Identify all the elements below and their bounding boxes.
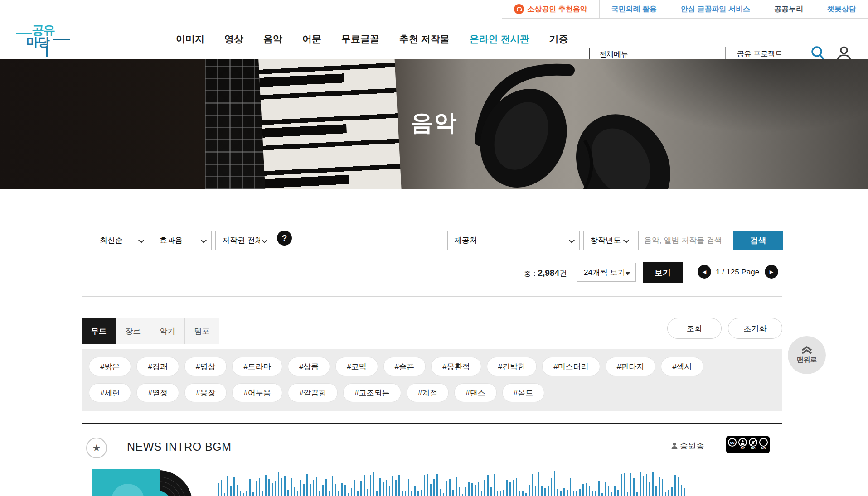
waveform-bar — [576, 491, 577, 496]
waveform-bar — [500, 491, 501, 496]
year-select-wrapper: 창작년도 — [583, 231, 634, 250]
waveform-bar — [398, 475, 400, 496]
waveform-bar — [284, 476, 286, 496]
waveform-bar — [655, 486, 657, 496]
nav-item[interactable]: 온라인 전시관 — [470, 33, 529, 45]
nav-item[interactable]: 영상 — [224, 33, 243, 45]
tab[interactable]: 템포 — [185, 318, 219, 344]
waveform-bar — [509, 482, 511, 496]
topbar-strip: 소상공인 추천음악국민의례 활용안심 글꼴파일 서비스공공누리챗봇상담 — [502, 0, 868, 19]
waveform-bar — [681, 485, 682, 496]
waveform-bar — [541, 486, 543, 496]
help-icon[interactable]: ? — [277, 231, 292, 246]
waveform-bar — [570, 478, 571, 496]
waveform-bar — [389, 486, 390, 496]
tag-button[interactable]: #밝은 — [89, 357, 131, 376]
prev-page-icon[interactable]: ◀ — [698, 265, 711, 279]
waveform-bar — [354, 480, 355, 496]
favorite-star-icon[interactable]: ★ — [86, 438, 107, 458]
provider-select[interactable]: 제공처 — [448, 231, 579, 250]
waveform-bar — [475, 485, 476, 496]
waveform-bar — [436, 474, 438, 496]
category-select[interactable]: 효과음 — [153, 231, 211, 250]
waveform-bar — [668, 490, 669, 496]
waveform-bar — [221, 480, 222, 496]
tag-row: #밝은#경쾌#명상#드라마#상큼#코믹#슬픈#몽환적#긴박한#미스터리#판타지#… — [89, 357, 703, 376]
tag-button[interactable]: #판타지 — [606, 357, 655, 376]
tag-button[interactable]: #미스터리 — [542, 357, 600, 376]
topbar-link[interactable]: 국민의례 활용 — [600, 0, 669, 18]
tag-button[interactable]: #고조되는 — [343, 383, 401, 402]
track-title[interactable]: NEWS INTRO BGM — [127, 440, 232, 453]
tag-button[interactable]: #섹시 — [661, 357, 703, 376]
waveform-bar — [411, 491, 412, 496]
waveform-bar — [592, 491, 593, 496]
page-separator: / — [720, 268, 726, 276]
page-title: 음악 — [0, 108, 868, 138]
audio-waveform[interactable] — [218, 471, 687, 496]
tag-button[interactable]: #코믹 — [335, 357, 378, 376]
waveform-bar — [252, 492, 254, 496]
view-button[interactable]: 보기 — [643, 262, 683, 283]
waveform-bar — [630, 473, 631, 496]
tag-button[interactable]: #슬픈 — [383, 357, 426, 376]
album-art[interactable] — [92, 469, 160, 496]
waveform-bar — [484, 480, 485, 496]
waveform-bar — [370, 475, 371, 496]
next-page-icon[interactable]: ▶ — [765, 265, 778, 279]
year-select[interactable]: 창작년도 — [584, 231, 634, 250]
tag-button[interactable]: #웅장 — [184, 383, 227, 402]
waveform-bar — [344, 485, 346, 496]
topbar-link[interactable]: 안심 글꼴파일 서비스 — [669, 0, 762, 18]
strike-line — [750, 439, 756, 445]
tag-button[interactable]: #명상 — [184, 357, 227, 376]
waveform-bar — [611, 492, 612, 496]
tab[interactable]: 장르 — [116, 318, 150, 344]
license-select[interactable]: 저작권 전체 — [216, 231, 272, 250]
topbar-link[interactable]: 소상공인 추천음악 — [502, 0, 599, 18]
topbar-link[interactable]: 공공누리 — [762, 0, 815, 18]
topbar: 소상공인 추천음악국민의례 활용안심 글꼴파일 서비스공공누리챗봇상담 — [0, 0, 868, 19]
nav-item[interactable]: 음악 — [263, 33, 282, 45]
nav-item[interactable]: 기증 — [549, 33, 568, 45]
main-nav: 이미지영상음악어문무료글꼴추천 저작물온라인 전시관기증 — [176, 19, 568, 59]
site-logo[interactable]: 공유 마당 — [16, 21, 71, 57]
reset-button[interactable]: 초기화 — [728, 318, 782, 339]
tag-button[interactable]: #댄스 — [454, 383, 496, 402]
tag-button[interactable]: #긴박한 — [487, 357, 537, 376]
nav-item[interactable]: 이미지 — [176, 33, 204, 45]
per-page-select[interactable]: 24개씩 보기 — [577, 263, 635, 281]
tag-button[interactable]: #어두움 — [232, 383, 282, 402]
tag-button[interactable]: #드라마 — [232, 357, 282, 376]
nav-item[interactable]: 추천 저작물 — [399, 33, 450, 45]
waveform-bar — [364, 475, 365, 496]
total-value: 2,984 — [538, 268, 559, 278]
tag-button[interactable]: #세련 — [89, 383, 131, 402]
keyword-input[interactable] — [638, 231, 733, 250]
tag-button[interactable]: #경쾌 — [136, 357, 179, 376]
waveform-bar — [557, 489, 558, 496]
tab[interactable]: 무드 — [82, 318, 116, 344]
tag-button[interactable]: #상큼 — [288, 357, 330, 376]
total-unit: 건 — [559, 269, 567, 278]
query-button[interactable]: 조회 — [667, 318, 722, 339]
waveform-bar — [665, 492, 666, 496]
tag-button[interactable]: #깔끔함 — [288, 383, 338, 402]
waveform-bar — [405, 491, 406, 496]
tag-button[interactable]: #올드 — [502, 383, 544, 402]
tag-button[interactable]: #열정 — [136, 383, 179, 402]
cc-nd-label: ND — [761, 447, 766, 450]
topbar-link-label: 안심 글꼴파일 서비스 — [681, 5, 750, 14]
tag-button[interactable]: #계절 — [407, 383, 449, 402]
sort-select[interactable]: 최신순 — [93, 231, 149, 250]
tab[interactable]: 악기 — [150, 318, 185, 344]
waveform-bar — [636, 492, 638, 496]
nav-item[interactable]: 어문 — [302, 33, 321, 45]
topbar-link[interactable]: 챗봇상담 — [815, 0, 868, 18]
search-button[interactable]: 검색 — [733, 231, 783, 250]
scroll-to-top-button[interactable]: 맨위로 — [788, 336, 826, 374]
tag-button[interactable]: #몽환적 — [431, 357, 481, 376]
current-page: 1 — [716, 268, 720, 276]
nav-item[interactable]: 무료글꼴 — [341, 33, 379, 45]
topbar-link-label: 소상공인 추천음악 — [527, 5, 587, 14]
